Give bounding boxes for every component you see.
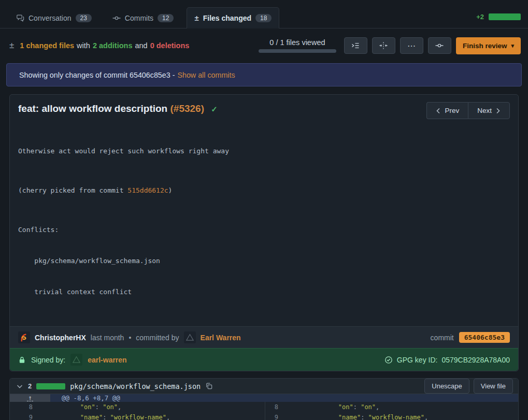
file-name: pkg/schema/workflow_schema.json — [70, 382, 201, 390]
cherry-pick-hash-link[interactable]: 515dd6612c — [127, 186, 168, 194]
and-text: and — [135, 41, 147, 50]
committer-name-link[interactable]: Earl Warren — [201, 334, 241, 342]
additions-text: 2 additions — [93, 41, 133, 50]
copy-path-icon[interactable] — [205, 382, 213, 390]
files-viewed-label: 0 / 1 files viewed — [259, 38, 336, 47]
commits-count-badge: 12 — [158, 14, 174, 22]
chevron-left-icon — [436, 108, 440, 114]
diff-sign — [298, 412, 308, 420]
file-diff-panel: 2 pkg/schema/workflow_schema.json Unesca… — [9, 378, 519, 420]
diff-rows: 8 "on": "on",8 "on": "on",9 "name": "wor… — [10, 402, 518, 420]
commit-message-line: Conflicts: — [18, 225, 510, 235]
comment-discussion-icon — [16, 14, 24, 22]
tab-files-changed[interactable]: ± Files changed 18 — [187, 7, 279, 28]
files-viewed-progress: 0 / 1 files viewed — [259, 38, 336, 53]
collapse-file-icon[interactable] — [16, 383, 23, 389]
lock-icon — [18, 356, 26, 364]
commit-icon — [112, 14, 121, 22]
author-name-link[interactable]: ChristopherHX — [35, 334, 86, 342]
ci-success-icon[interactable]: ✓ — [211, 105, 218, 113]
file-diff-icon: ± — [194, 13, 198, 22]
code-line-old: "name": "workflow-name", — [50, 412, 265, 420]
files-viewed-bar — [259, 49, 336, 53]
split-view-toggle-button[interactable] — [372, 37, 395, 54]
tab-label: Commits — [125, 14, 153, 22]
commit-label: commit — [431, 334, 454, 342]
hunk-header-text: @@ -8,6 +8,7 @@ — [50, 394, 518, 402]
finish-review-button[interactable]: Finish review ▾ — [456, 37, 521, 54]
code-line-old: "on": "on", — [50, 402, 265, 412]
hunk-header-row: ↑ @@ -8,6 +8,7 @@ — [10, 394, 518, 402]
file-diff-icon: ± — [9, 40, 14, 51]
prev-commit-button[interactable]: Prev — [426, 102, 468, 119]
line-number-old[interactable]: 8 — [10, 402, 50, 412]
commit-panel: feat: allow workflow description (#5326)… — [9, 94, 519, 371]
gpg-key-id: 0579CB2928A78A00 — [441, 356, 510, 364]
commit-hash-badge[interactable]: 65406c85e3 — [459, 332, 510, 343]
ellipsis-icon: ⋯ — [407, 41, 416, 51]
diff-row: 8 "on": "on",8 "on": "on", — [10, 402, 518, 412]
commit-select-button[interactable] — [428, 37, 451, 54]
commit-message-line: (cherry picked from commit 515dd6612c) — [18, 185, 510, 196]
code-line-new: "on": "on", — [308, 402, 518, 412]
view-file-button[interactable]: View file — [474, 379, 513, 394]
file-diffstat-bar — [36, 383, 65, 389]
commit-meta-row: ChristopherHX last month • committed by … — [10, 326, 518, 348]
diff-sign — [298, 402, 308, 412]
file-tree-icon — [351, 41, 360, 50]
dot-separator: • — [129, 334, 131, 342]
deletions-text: 0 deletions — [150, 41, 190, 50]
diff-row: 9 "name": "workflow-name",9 "name": "wor… — [10, 412, 518, 420]
pr-tab-bar: Conversation 23 Commits 12 ± Files chang… — [0, 0, 528, 28]
changed-files-text: 1 changed files — [20, 41, 74, 50]
file-tree-toggle-button[interactable] — [344, 37, 367, 54]
commit-title: feat: allow workflow description (#5326)… — [18, 102, 218, 116]
code-line-new: "name": "workflow-name", — [308, 412, 518, 420]
commit-message-line: trivial context conflict — [18, 287, 510, 297]
diffstat-added-label: +2 — [476, 13, 484, 21]
conversation-count-badge: 23 — [76, 14, 92, 22]
next-commit-button[interactable]: Next — [468, 102, 510, 119]
author-avatar[interactable] — [18, 331, 30, 343]
line-number-old[interactable]: 9 — [10, 412, 50, 420]
diff-toolbar: ± 1 changed files with 2 additions and 0… — [0, 35, 528, 56]
line-number-new[interactable]: 9 — [265, 412, 298, 420]
next-label: Next — [477, 107, 492, 114]
committed-by-text: committed by — [136, 334, 179, 342]
commit-nav-group: Prev Next — [426, 102, 510, 119]
diffstat-bar — [489, 13, 521, 20]
expand-hunk-button[interactable]: ↑ — [10, 394, 50, 402]
tab-label: Files changed — [203, 14, 251, 22]
expand-up-icon: ↑ — [27, 395, 33, 401]
file-diff-header: 2 pkg/schema/workflow_schema.json Unesca… — [10, 379, 518, 394]
signed-commit-row: Signed by: earl-warren GPG key ID: 0579C… — [10, 348, 518, 371]
issue-ref-link[interactable]: (#5326) — [170, 103, 204, 114]
finish-review-label: Finish review — [463, 42, 507, 50]
commit-title-text: feat: allow workflow description — [18, 103, 167, 114]
prev-label: Prev — [445, 107, 459, 114]
gpg-key-label: GPG key ID: — [397, 356, 438, 364]
show-all-commits-link[interactable]: Show all commits — [177, 71, 235, 79]
tab-commits[interactable]: Commits 12 — [105, 8, 182, 28]
verified-badge-icon — [384, 356, 393, 364]
signer-avatar[interactable] — [70, 354, 82, 366]
change-summary: ± 1 changed files with 2 additions and 0… — [9, 40, 189, 51]
signer-name-link[interactable]: earl-warren — [88, 356, 126, 364]
commit-date: last month — [91, 334, 124, 342]
commit-message: Otherwise act would reject such workflow… — [10, 121, 518, 326]
unescape-button[interactable]: Unescape — [424, 379, 469, 394]
files-changed-count-badge: 18 — [255, 14, 272, 22]
split-view-icon — [379, 41, 388, 50]
banner-text: Showing only changes of commit 65406c85e… — [19, 71, 175, 79]
line-number-new[interactable]: 8 — [265, 402, 298, 412]
commit-message-line: pkg/schema/workflow_schema.json — [18, 256, 510, 266]
commit-filter-banner: Showing only changes of commit 65406c85e… — [6, 63, 522, 86]
chevron-right-icon — [496, 108, 501, 114]
tab-conversation[interactable]: Conversation 23 — [8, 8, 99, 28]
commit-message-line: Otherwise act would reject such workflow… — [18, 146, 510, 156]
commit-icon — [435, 41, 444, 50]
more-options-button[interactable]: ⋯ — [400, 37, 423, 54]
committer-avatar[interactable] — [184, 331, 196, 343]
file-change-count: 2 — [28, 382, 32, 390]
caret-down-icon: ▾ — [511, 42, 514, 49]
